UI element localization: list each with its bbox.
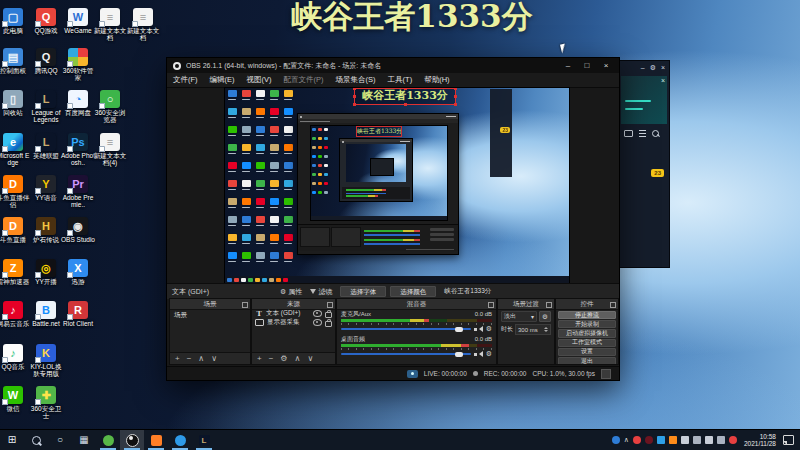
windows-taskbar[interactable]: ⊞○▦L ∧ 10:58 2021/11/28: [0, 429, 800, 450]
control-button[interactable]: 停止推流: [558, 311, 616, 319]
desktop-icon[interactable]: YYY语音: [29, 175, 63, 201]
taskbar-clock[interactable]: 10:58 2021/11/28: [744, 433, 776, 447]
selection-handle[interactable]: [454, 95, 457, 98]
control-button[interactable]: 启动虚拟摄像机: [558, 329, 616, 337]
volume-slider[interactable]: [341, 325, 471, 333]
volume-slider-handle[interactable]: [455, 327, 463, 332]
control-button[interactable]: 设置: [558, 348, 616, 356]
float-panel-icon[interactable]: [327, 302, 333, 308]
desktop-icon[interactable]: ≡新建文本文档: [126, 8, 160, 41]
float-panel-icon[interactable]: [610, 302, 616, 308]
edge-tray-icon[interactable]: [612, 436, 620, 444]
close-icon[interactable]: ×: [661, 77, 665, 84]
desktop-icon[interactable]: ≡新建文本文档: [93, 8, 127, 41]
gear-icon[interactable]: ⚙: [650, 64, 656, 71]
transition-gear-button[interactable]: ⚙: [539, 311, 551, 322]
desktop-icon[interactable]: Q腾讯QQ: [29, 48, 63, 74]
desktop-icon[interactable]: QQQ游戏: [29, 8, 63, 34]
desktop-icon[interactable]: ♪网易云音乐: [0, 301, 30, 327]
desktop-icon[interactable]: eMicrosoft Edge: [0, 133, 30, 166]
desktop-icon[interactable]: Z雷神加速器: [0, 259, 30, 285]
float-panel-icon[interactable]: [488, 302, 494, 308]
desktop-icon[interactable]: ▯回收站: [0, 90, 30, 116]
tray-expand-arrow[interactable]: ∧: [624, 436, 629, 444]
move-down-icon[interactable]: ∨: [211, 354, 217, 364]
action-center-icon[interactable]: [783, 435, 794, 445]
list-icon[interactable]: [639, 130, 646, 137]
desktop-icon[interactable]: ▤控制面板: [0, 48, 30, 74]
close-icon[interactable]: ×: [661, 64, 665, 71]
tray-icon-orange[interactable]: [669, 436, 677, 444]
desktop-icon[interactable]: ≡新建文本文档(4): [93, 133, 127, 166]
menu-item[interactable]: 场景集合(S): [330, 73, 382, 87]
desktop-icon[interactable]: BBattle.net: [29, 301, 63, 327]
network-tray-icon[interactable]: [717, 436, 725, 444]
maximize-button[interactable]: □: [580, 58, 594, 73]
duration-spinner[interactable]: 300 ms: [515, 324, 551, 335]
desktop-icon[interactable]: LLeague of Legends: [29, 90, 63, 123]
speaker-icon[interactable]: [474, 326, 483, 333]
wegame-client-panel[interactable]: – ⚙ × × 23: [618, 60, 670, 268]
display-tray-icon[interactable]: [693, 436, 701, 444]
minimize-button[interactable]: –: [561, 58, 575, 73]
selection-handle[interactable]: [404, 87, 407, 90]
microphone-tray-icon[interactable]: [681, 436, 689, 444]
obs-titlebar[interactable]: OBS 26.1.1 (64-bit, windows) - 配置文件: 未命名…: [167, 58, 619, 73]
desktop-icon[interactable]: ◉OBS Studio: [61, 217, 95, 243]
move-down-icon[interactable]: ∨: [307, 354, 313, 364]
float-panel-icon[interactable]: [546, 302, 552, 308]
selection-handle[interactable]: [454, 103, 457, 106]
control-button[interactable]: 开始录制: [558, 320, 616, 328]
selection-handle[interactable]: [353, 87, 356, 90]
menu-item[interactable]: 工具(T): [382, 73, 419, 87]
menu-item[interactable]: 编辑(E): [204, 73, 241, 87]
tray-icon-red[interactable]: [633, 436, 641, 444]
menu-item[interactable]: 文件(F): [167, 73, 204, 87]
start-button[interactable]: ⊞: [0, 430, 24, 450]
desktop-icon[interactable]: L英雄联盟: [29, 133, 63, 159]
source-row[interactable]: 显示器采集: [252, 318, 335, 327]
app-wegame[interactable]: [144, 430, 168, 450]
add-icon[interactable]: +: [257, 354, 262, 364]
add-icon[interactable]: +: [175, 354, 180, 364]
selection-handle[interactable]: [353, 103, 356, 106]
visibility-eye-icon[interactable]: [313, 319, 322, 326]
source-row[interactable]: T文本 (GDI+): [252, 309, 335, 318]
selection-handle[interactable]: [353, 95, 356, 98]
filters-button[interactable]: 滤镜: [310, 287, 332, 297]
desktop-icon[interactable]: RRiot Client: [61, 301, 95, 327]
control-button[interactable]: 工作室模式: [558, 339, 616, 347]
gear-icon[interactable]: ⚙: [486, 350, 492, 358]
obs-preview[interactable]: 峡谷王者1333分: [224, 87, 570, 285]
promo-banner[interactable]: ×: [621, 76, 667, 124]
gear-icon[interactable]: ⚙: [486, 325, 492, 333]
select-color-button[interactable]: 选择颜色: [390, 286, 436, 297]
desktop-icon[interactable]: ◎YY开播: [29, 259, 63, 285]
selected-text-source[interactable]: 峡谷王者1333分: [354, 88, 456, 105]
cortana-button[interactable]: ○: [48, 430, 72, 450]
search-icon[interactable]: [652, 130, 659, 137]
volume-slider[interactable]: [341, 350, 471, 358]
menu-item[interactable]: 配置文件(P): [278, 73, 330, 87]
select-font-button[interactable]: 选择字体: [340, 286, 386, 297]
desktop-icon[interactable]: 360软件管家: [61, 48, 95, 81]
source-list[interactable]: T文本 (GDI+)显示器采集: [252, 309, 335, 353]
desktop-icon[interactable]: H炉石传说: [29, 217, 63, 243]
properties-button[interactable]: ⚙ 属性: [280, 287, 302, 297]
transition-select[interactable]: 淡出 ▾: [501, 311, 537, 322]
scene-item[interactable]: 场景: [170, 309, 250, 322]
tray-icon-darkred[interactable]: [645, 436, 653, 444]
lock-icon[interactable]: [325, 321, 332, 327]
desktop-icon[interactable]: PsAdobe Photosh..: [61, 133, 95, 166]
selection-handle[interactable]: [454, 87, 457, 90]
task-view-button[interactable]: ▦: [72, 430, 96, 450]
desktop-icon[interactable]: ○360安全浏览器: [93, 90, 127, 123]
control-button[interactable]: 退出: [558, 357, 616, 364]
gear-icon[interactable]: ⚙: [280, 354, 287, 364]
selection-handle[interactable]: [404, 103, 407, 106]
app-obs-studio[interactable]: [120, 430, 144, 450]
lock-icon[interactable]: [325, 312, 332, 318]
desktop-icon[interactable]: WWeGame: [61, 8, 95, 34]
search-button[interactable]: [24, 430, 48, 450]
menu-item[interactable]: 帮助(H): [418, 73, 455, 87]
